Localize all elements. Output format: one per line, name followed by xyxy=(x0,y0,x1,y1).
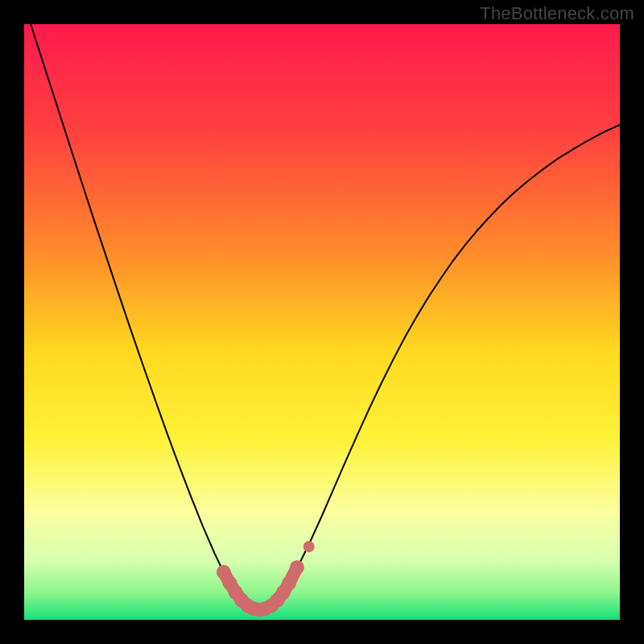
outlier-dot xyxy=(303,541,315,552)
dip-dot xyxy=(282,576,296,590)
plot-area xyxy=(24,24,620,620)
gradient-background xyxy=(24,24,620,620)
dip-dot xyxy=(290,560,304,575)
chart-frame: TheBottleneck.com xyxy=(0,0,644,644)
chart-svg xyxy=(24,24,620,620)
watermark-text: TheBottleneck.com xyxy=(480,3,634,24)
